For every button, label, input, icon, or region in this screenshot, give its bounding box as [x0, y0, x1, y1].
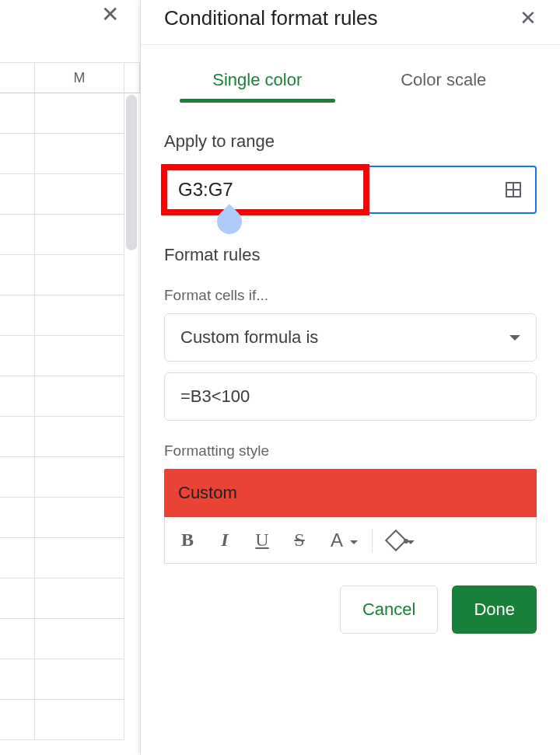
format-cells-if-label: Format cells if... — [164, 287, 537, 304]
chevron-down-icon — [509, 335, 520, 341]
formula-input[interactable] — [164, 372, 537, 421]
italic-button[interactable]: I — [213, 530, 236, 551]
done-button[interactable]: Done — [452, 585, 537, 634]
formatting-style-label: Formatting style — [164, 442, 537, 460]
condition-selected-label: Custom formula is — [180, 327, 318, 348]
fill-color-icon — [387, 533, 405, 548]
grid-body[interactable] — [0, 93, 124, 755]
column-headers: M — [0, 62, 140, 93]
tab-single-color[interactable]: Single color — [164, 61, 351, 100]
tabs: Single color Color scale — [141, 61, 560, 100]
range-input-container[interactable] — [164, 166, 537, 214]
style-preview-text: Custom — [178, 483, 237, 503]
apply-to-range-label: Apply to range — [164, 131, 537, 152]
cancel-button[interactable]: Cancel — [340, 585, 438, 634]
spreadsheet-background: ✕ M — [0, 0, 140, 755]
vertical-scrollbar[interactable] — [126, 95, 137, 250]
column-header-m[interactable]: M — [35, 63, 124, 93]
close-icon[interactable]: ✕ — [101, 2, 119, 27]
chevron-down-icon — [350, 540, 358, 544]
close-panel-button[interactable]: ✕ — [520, 6, 537, 30]
bold-button[interactable]: B — [176, 530, 199, 551]
conditional-format-panel: Conditional format rules ✕ Single color … — [140, 0, 560, 755]
tab-color-scale[interactable]: Color scale — [351, 61, 537, 100]
text-color-button[interactable]: A — [325, 530, 358, 551]
toolbar-divider — [372, 529, 373, 552]
format-rules-label: Format rules — [164, 245, 537, 265]
fill-color-button[interactable] — [387, 533, 415, 548]
range-input[interactable] — [178, 179, 504, 201]
panel-title: Conditional format rules — [164, 6, 378, 30]
column-header-n[interactable] — [124, 63, 140, 93]
select-range-icon[interactable] — [504, 180, 523, 199]
column-header-l[interactable] — [0, 63, 35, 93]
underline-button[interactable]: U — [250, 530, 274, 551]
condition-select[interactable]: Custom formula is — [164, 313, 537, 362]
text-color-icon: A — [325, 530, 348, 551]
style-preview[interactable]: Custom — [164, 469, 537, 517]
strikethrough-button[interactable]: S — [288, 530, 311, 551]
formatting-toolbar: B I U S A — [164, 517, 537, 564]
